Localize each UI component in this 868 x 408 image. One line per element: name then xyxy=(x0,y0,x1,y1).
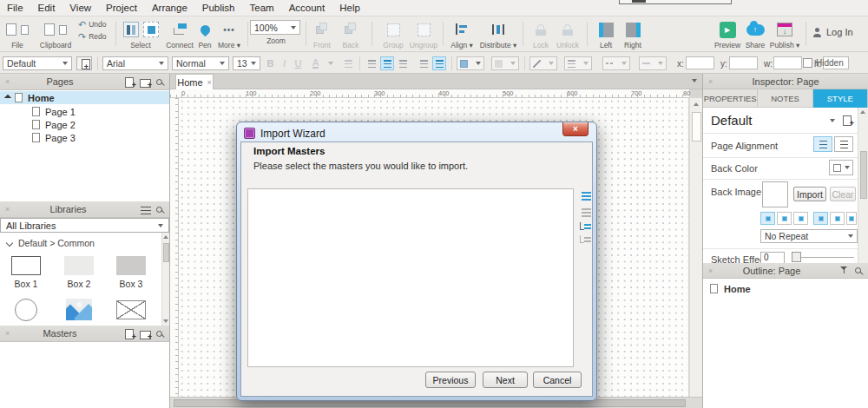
font-family-dropdown[interactable]: Arial xyxy=(102,56,168,70)
align-center-button[interactable] xyxy=(380,56,394,70)
check-branch-icon[interactable] xyxy=(580,222,591,231)
libraries-dropdown[interactable]: All Libraries xyxy=(0,218,169,233)
scrollbar-thumb[interactable] xyxy=(860,151,867,199)
back-image-thumbnail[interactable] xyxy=(762,181,788,207)
unlock-button[interactable]: Unlock xyxy=(554,20,582,49)
page-item-page1[interactable]: Page 1 xyxy=(0,105,169,118)
widget-box1[interactable] xyxy=(11,256,41,275)
masters-list-box[interactable] xyxy=(247,188,574,367)
style-preset-dropdown[interactable]: Default xyxy=(3,56,72,70)
image-align-6-button[interactable] xyxy=(846,212,857,225)
image-align-1-button[interactable] xyxy=(760,212,775,225)
back-color-dropdown[interactable] xyxy=(829,160,853,175)
y-input[interactable] xyxy=(729,56,758,69)
add-page-icon[interactable] xyxy=(124,76,135,88)
line-width-dropdown[interactable] xyxy=(564,56,592,70)
scroll-up-icon[interactable] xyxy=(694,102,699,106)
distribute-button[interactable]: Distribute ▾ xyxy=(477,20,519,49)
align-middle-button[interactable] xyxy=(432,56,446,70)
menu-view[interactable]: View xyxy=(69,3,91,13)
sketch-value-input[interactable]: 0 xyxy=(760,252,785,264)
search-icon[interactable] xyxy=(855,267,861,273)
page-align-left-button[interactable] xyxy=(813,136,832,152)
image-align-4-button[interactable] xyxy=(813,212,828,225)
inspector-scrollbar[interactable] xyxy=(858,108,868,263)
menu-arrange[interactable]: Arrange xyxy=(152,3,187,13)
align-top-button[interactable] xyxy=(417,56,431,70)
dialog-title-bar[interactable]: Import Wizard xyxy=(244,126,326,141)
line-style-dropdown[interactable] xyxy=(602,56,630,70)
image-align-5-button[interactable] xyxy=(830,212,845,225)
check-all-icon[interactable] xyxy=(580,192,591,201)
scrollbar-thumb[interactable] xyxy=(692,112,701,141)
tab-style[interactable]: STYLE xyxy=(813,89,868,108)
page-item-home[interactable]: Home xyxy=(0,91,169,104)
font-size-dropdown[interactable]: 13 xyxy=(233,56,260,70)
line-spacing-button[interactable] xyxy=(342,56,355,70)
more-button[interactable]: ••• More ▾ xyxy=(215,20,243,49)
page-align-center-button[interactable] xyxy=(834,136,853,152)
font-color-dropdown[interactable]: A xyxy=(309,56,337,70)
tab-notes[interactable]: NOTES xyxy=(758,89,812,108)
share-button[interactable]: ↑ Share xyxy=(742,20,768,49)
bold-button[interactable]: B xyxy=(264,56,277,70)
align-left-button[interactable] xyxy=(365,56,378,70)
uncheck-branch-icon[interactable] xyxy=(580,235,591,244)
edit-preset-icon[interactable] xyxy=(842,115,853,126)
login-button[interactable]: Log In xyxy=(812,27,853,37)
select-contain-icon[interactable] xyxy=(143,22,159,37)
image-align-2-button[interactable] xyxy=(777,212,792,225)
dialog-close-button[interactable]: × xyxy=(562,122,589,136)
publish-button[interactable]: ↓ Publish ▾ xyxy=(767,20,802,49)
add-folder-icon[interactable] xyxy=(140,328,151,339)
panel-collapse-icon[interactable]: × xyxy=(5,205,10,214)
align-button[interactable]: Align ▾ xyxy=(446,20,477,49)
page-item-page3[interactable]: Page 3 xyxy=(0,131,169,144)
line-color-dropdown[interactable] xyxy=(529,56,557,70)
hidden-checkbox[interactable] xyxy=(803,58,812,68)
font-weight-dropdown[interactable]: Normal xyxy=(172,56,229,70)
group-button[interactable]: Group xyxy=(379,20,407,49)
scroll-up-icon[interactable] xyxy=(860,110,865,114)
canvas-vertical-scrollbar[interactable] xyxy=(689,98,702,397)
scroll-down-icon[interactable] xyxy=(163,319,168,323)
widget-box2[interactable] xyxy=(64,256,94,275)
panel-collapse-icon[interactable]: × xyxy=(708,77,713,86)
edit-style-button[interactable] xyxy=(76,56,92,70)
underline-button[interactable]: U xyxy=(292,56,305,70)
menu-account[interactable]: Account xyxy=(289,3,326,13)
widget-placeholder[interactable] xyxy=(116,300,146,319)
menu-team[interactable]: Team xyxy=(250,3,274,13)
uncheck-all-icon[interactable] xyxy=(580,208,591,217)
tab-list-dropdown-icon[interactable] xyxy=(692,79,697,82)
left-panel-toggle[interactable]: Left xyxy=(594,20,618,49)
arrow-style-dropdown[interactable] xyxy=(639,56,667,70)
gradient-dropdown[interactable] xyxy=(491,56,519,70)
repeat-dropdown[interactable]: No Repeat xyxy=(760,229,858,243)
select-mode-button[interactable]: Select xyxy=(120,20,161,49)
libraries-scrollbar[interactable] xyxy=(161,233,169,326)
connect-button[interactable]: Connect xyxy=(164,20,195,49)
import-image-button[interactable]: Import xyxy=(793,187,826,201)
tab-home[interactable]: Home × xyxy=(175,74,214,89)
panel-collapse-icon[interactable]: × xyxy=(5,329,10,338)
align-right-button[interactable] xyxy=(396,56,410,70)
redo-button[interactable]: ↷Redo xyxy=(78,32,113,41)
pen-button[interactable]: Pen xyxy=(194,20,215,49)
menu-project[interactable]: Project xyxy=(106,3,137,13)
expand-triangle-icon[interactable] xyxy=(4,94,11,101)
previous-button[interactable]: Previous xyxy=(425,372,476,388)
x-input[interactable] xyxy=(686,56,714,69)
tab-properties[interactable]: PROPERTIES xyxy=(703,89,758,108)
lock-button[interactable]: Lock xyxy=(529,20,552,49)
next-button[interactable]: Next xyxy=(483,372,528,388)
fill-color-dropdown[interactable] xyxy=(457,56,484,70)
ungroup-button[interactable]: Ungroup xyxy=(406,20,441,49)
menu-file[interactable]: File xyxy=(7,3,23,13)
clear-image-button[interactable]: Clear xyxy=(830,187,856,201)
scrollbar-thumb[interactable] xyxy=(163,243,169,262)
filter-icon[interactable] xyxy=(840,267,848,274)
page-item-page2[interactable]: Page 2 xyxy=(0,118,169,131)
menu-help[interactable]: Help xyxy=(339,3,360,13)
widget-ellipse[interactable] xyxy=(15,299,37,321)
